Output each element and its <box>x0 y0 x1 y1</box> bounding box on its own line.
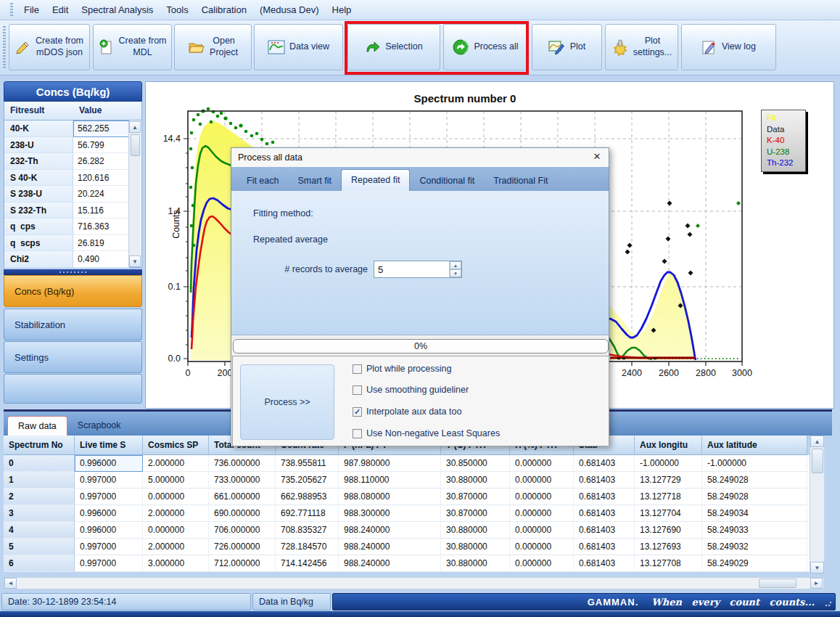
cell[interactable]: 0.000000 <box>510 455 574 472</box>
dialog-titlebar[interactable]: Process all data ✕ <box>231 148 609 167</box>
cell[interactable]: 13.127729 <box>635 472 702 489</box>
cell[interactable]: 30.850000 <box>441 455 510 472</box>
cell[interactable]: 661.000000 <box>209 489 276 505</box>
cell[interactable]: 58.249028 <box>702 489 807 505</box>
column-header[interactable]: Cosmics SP <box>143 436 209 455</box>
cell[interactable]: 988.110000 <box>339 472 441 489</box>
tab-fit-each[interactable]: Fit each <box>237 172 288 191</box>
cell[interactable]: 728.184570 <box>276 539 339 555</box>
fitresult-value[interactable]: 120.616 <box>73 170 129 187</box>
checkbox-non-negative-least-squares[interactable]: Use Non-negative Least Squares <box>353 428 500 438</box>
menu-help[interactable]: Help <box>326 4 358 15</box>
tab-smart-fit[interactable]: Smart fit <box>288 172 341 191</box>
sidebar-item-stabilization[interactable]: Stabilization <box>4 308 142 340</box>
checkbox-interpolate-aux-data[interactable]: ✓ Interpolate aux data too <box>353 406 461 417</box>
cell[interactable]: 13.127690 <box>635 522 702 539</box>
cell[interactable]: 13.127718 <box>635 489 702 505</box>
fitresult-value[interactable]: 562.255 <box>73 120 129 137</box>
create-from-mdl-button[interactable]: Create from MDL <box>93 24 172 70</box>
cell[interactable]: 0.000000 <box>510 522 574 539</box>
records-stepper[interactable]: 5 ▲ ▼ <box>374 261 462 278</box>
fitresult-value[interactable]: 20.224 <box>73 186 129 203</box>
cell[interactable]: 2.000000 <box>143 539 209 555</box>
resize-grip-icon[interactable] <box>825 600 832 607</box>
checkbox-checked-icon[interactable]: ✓ <box>353 407 362 417</box>
cell[interactable]: 0.681403 <box>574 522 635 539</box>
cell[interactable]: 2.000000 <box>143 505 209 522</box>
tab-scrapbook[interactable]: Scrapbook <box>67 416 131 436</box>
cell[interactable]: 0.996000 <box>75 522 143 539</box>
checkbox-icon[interactable] <box>353 385 362 395</box>
scroll-down-icon[interactable]: ▼ <box>129 256 141 267</box>
cell[interactable]: 0.997000 <box>75 555 143 572</box>
tab-conditional-fit[interactable]: Conditional fit <box>410 172 484 191</box>
scroll-left-icon[interactable]: ◄ <box>4 578 17 589</box>
checkbox-icon[interactable] <box>353 429 362 438</box>
menu-edit[interactable]: Edit <box>46 4 75 15</box>
cell[interactable]: 0.000000 <box>510 555 574 572</box>
cell[interactable]: 58.249028 <box>702 472 807 489</box>
checkbox-icon[interactable] <box>353 364 362 374</box>
cell[interactable]: 0.000000 <box>510 539 574 555</box>
tab-traditional-fit[interactable]: Traditional Fit <box>484 172 557 191</box>
cell[interactable]: 0.681403 <box>574 539 635 555</box>
cell[interactable]: -1.000000 <box>635 455 702 472</box>
sidebar-item-settings[interactable]: Settings <box>4 341 142 373</box>
cell[interactable]: 708.835327 <box>276 522 339 539</box>
cell[interactable]: 706.000000 <box>209 522 276 539</box>
column-header[interactable]: Aux latitude <box>702 436 807 455</box>
menu-calibration[interactable]: Calibration <box>195 4 253 15</box>
cell[interactable]: 5.000000 <box>143 472 209 489</box>
tab-repeated-fit[interactable]: Repeated fit <box>341 169 410 191</box>
cell[interactable]: 987.980000 <box>339 455 441 472</box>
sidebar-item-concs[interactable]: Concs (Bq/kg) <box>4 275 142 307</box>
cell[interactable]: 692.771118 <box>276 505 339 522</box>
cell[interactable]: 0.681403 <box>574 505 635 522</box>
selection-button[interactable]: Selection <box>347 24 440 70</box>
panel-splitter[interactable] <box>4 269 142 275</box>
cell[interactable]: 6 <box>4 555 75 572</box>
cell[interactable]: 0.681403 <box>574 472 635 489</box>
stepper-up-icon[interactable]: ▲ <box>450 261 461 269</box>
cell[interactable]: 0.000000 <box>510 472 574 489</box>
cell[interactable]: 30.880000 <box>441 472 510 489</box>
cell[interactable]: 988.300000 <box>339 505 441 522</box>
cell[interactable]: 0.681403 <box>574 555 635 572</box>
cell[interactable]: 736.000000 <box>209 455 276 472</box>
checkbox-use-smoothing-guideliner[interactable]: Use smoothing guideliner <box>353 385 469 395</box>
fitresult-value[interactable]: 716.363 <box>73 218 129 235</box>
cell[interactable]: 5 <box>4 539 75 555</box>
cell[interactable]: 13.127693 <box>635 539 702 555</box>
cell[interactable]: 0 <box>4 455 75 472</box>
cell[interactable]: 726.000000 <box>209 539 276 555</box>
cell[interactable]: 58.249029 <box>702 555 807 572</box>
fitresult-value[interactable]: 56.799 <box>73 137 129 154</box>
scroll-right-icon[interactable]: ► <box>810 578 823 589</box>
scroll-down-icon[interactable]: ▼ <box>810 562 824 573</box>
cell[interactable]: 0.681403 <box>574 455 635 472</box>
cell[interactable]: 4 <box>4 522 75 539</box>
plot-button[interactable]: Plot <box>532 24 602 70</box>
cell[interactable]: 58.249034 <box>702 505 807 522</box>
menu-file[interactable]: File <box>17 4 46 15</box>
cell[interactable]: 2 <box>4 489 75 505</box>
cell[interactable]: 712.000000 <box>209 555 276 572</box>
column-header[interactable]: Aux longitu <box>635 436 702 455</box>
cell[interactable]: 0.997000 <box>75 472 143 489</box>
cell[interactable]: 13.127704 <box>635 505 702 522</box>
cell[interactable]: 3 <box>4 505 75 522</box>
cell[interactable]: 30.880000 <box>441 539 510 555</box>
cell[interactable]: 30.870000 <box>441 489 510 505</box>
cell[interactable]: 735.205627 <box>276 472 339 489</box>
fitresult-value[interactable]: 26.282 <box>73 153 129 170</box>
column-header[interactable]: Spectrum No <box>4 436 75 455</box>
cell[interactable]: 988.240000 <box>339 522 441 539</box>
create-from-mdos-json-button[interactable]: Create from mDOS json <box>9 24 90 70</box>
cell[interactable]: 988.080000 <box>339 489 441 505</box>
cell[interactable]: 2.000000 <box>143 455 209 472</box>
fitresult-scrollbar[interactable]: ▲ ▼ <box>128 121 141 267</box>
process-button[interactable]: Process >> <box>240 364 334 440</box>
cell[interactable]: 738.955811 <box>276 455 339 472</box>
table-vertical-scrollbar[interactable]: ▲ ▼ <box>810 436 824 573</box>
fitresult-value[interactable]: 0.490 <box>73 251 129 268</box>
